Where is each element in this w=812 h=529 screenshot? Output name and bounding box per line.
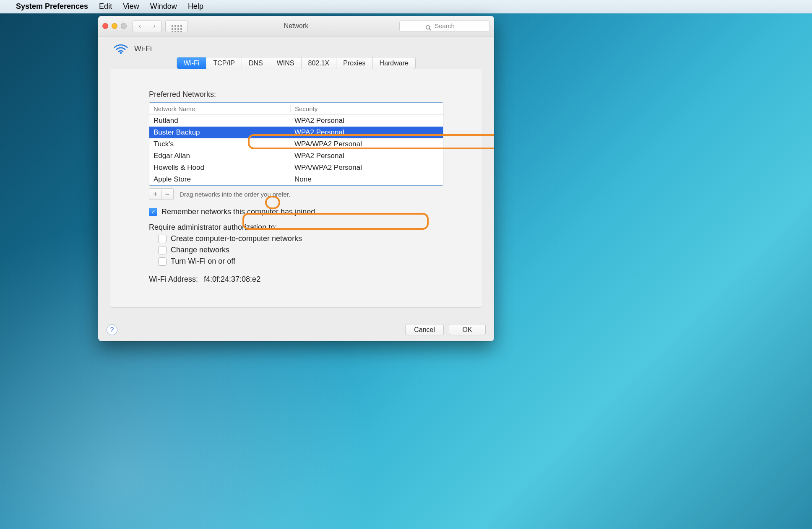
- zoom-window-button[interactable]: [121, 23, 127, 29]
- menu-edit[interactable]: Edit: [99, 2, 112, 11]
- column-security[interactable]: Security: [291, 105, 443, 112]
- network-name: Rutland: [149, 117, 290, 125]
- cancel-button[interactable]: Cancel: [405, 324, 444, 335]
- require-option-checkbox[interactable]: Create computer-to-computer networks: [158, 234, 443, 243]
- show-all-button[interactable]: [165, 20, 188, 32]
- tab-wins[interactable]: WINS: [270, 57, 302, 69]
- table-row[interactable]: Edgar AllanWPA2 Personal: [149, 150, 443, 162]
- pane-title: Wi-Fi: [134, 44, 152, 53]
- tab-tcpip[interactable]: TCP/IP: [206, 57, 242, 69]
- preferred-networks-label: Preferred Networks:: [149, 90, 443, 99]
- window-content: Wi-Fi Wi-Fi TCP/IP DNS WINS 802.1X Proxi…: [98, 36, 494, 316]
- table-row[interactable]: Buster BackupWPA2 Personal: [149, 127, 443, 138]
- window-footer: ? Cancel OK: [107, 324, 486, 335]
- wifi-address-label: Wi-Fi Address:: [149, 275, 198, 284]
- close-window-button[interactable]: [102, 23, 108, 29]
- network-security: None: [290, 175, 443, 184]
- minimize-window-button[interactable]: [112, 23, 117, 29]
- menu-window[interactable]: Window: [150, 2, 177, 11]
- table-row[interactable]: RutlandWPA2 Personal: [149, 115, 443, 127]
- drag-hint: Drag networks into the order you prefer.: [180, 191, 290, 198]
- add-network-button[interactable]: +: [149, 188, 161, 200]
- checkbox-icon: ✓: [149, 208, 157, 216]
- traffic-lights: [102, 23, 127, 29]
- checkbox-icon: [158, 246, 167, 254]
- back-button[interactable]: ‹: [133, 21, 147, 32]
- remember-networks-checkbox[interactable]: ✓ Remember networks this computer has jo…: [149, 207, 443, 216]
- table-row[interactable]: Tuck'sWPA/WPA2 Personal: [149, 138, 443, 150]
- wifi-panel: Preferred Networks: Network Name Securit…: [110, 69, 482, 308]
- window-toolbar: ‹ › Network Search: [98, 16, 494, 36]
- remember-networks-label: Remember networks this computer has join…: [161, 207, 315, 216]
- network-name: Buster Backup: [149, 128, 290, 137]
- network-security: WPA2 Personal: [290, 117, 443, 125]
- menu-view[interactable]: View: [123, 2, 139, 11]
- tab-8021x[interactable]: 802.1X: [302, 57, 337, 69]
- table-row[interactable]: Howells & HoodWPA/WPA2 Personal: [149, 162, 443, 174]
- require-option-label: Change networks: [171, 246, 229, 254]
- require-option-label: Create computer-to-computer networks: [171, 234, 302, 243]
- forward-button[interactable]: ›: [147, 21, 161, 32]
- network-name: Apple Store: [149, 175, 290, 184]
- table-header: Network Name Security: [149, 103, 443, 115]
- ok-button[interactable]: OK: [449, 324, 486, 335]
- network-name: Tuck's: [149, 140, 290, 148]
- tab-dns[interactable]: DNS: [242, 57, 270, 69]
- remove-network-button[interactable]: −: [161, 188, 174, 200]
- tab-bar: Wi-Fi TCP/IP DNS WINS 802.1X Proxies Har…: [177, 57, 416, 69]
- nav-back-forward: ‹ ›: [133, 20, 162, 32]
- require-option-label: Turn Wi-Fi on or off: [171, 257, 235, 266]
- require-option-checkbox[interactable]: Turn Wi-Fi on or off: [158, 257, 443, 266]
- checkbox-icon: [158, 235, 167, 243]
- table-row[interactable]: Apple StoreNone: [149, 174, 443, 185]
- menu-help[interactable]: Help: [188, 2, 203, 11]
- checkbox-icon: [158, 257, 167, 266]
- network-name: Howells & Hood: [149, 163, 290, 172]
- svg-point-2: [120, 52, 122, 54]
- wifi-address-value: f4:0f:24:37:08:e2: [204, 275, 260, 284]
- search-field[interactable]: Search: [399, 21, 490, 32]
- column-network-name[interactable]: Network Name: [149, 105, 291, 112]
- network-name: Edgar Allan: [149, 152, 290, 160]
- tab-hardware[interactable]: Hardware: [373, 57, 415, 69]
- require-option-checkbox[interactable]: Change networks: [158, 246, 443, 254]
- wifi-icon: [113, 42, 128, 55]
- require-auth-label: Require administrator authorization to:: [149, 223, 443, 232]
- mac-menubar: System Preferences Edit View Window Help: [0, 0, 812, 13]
- tab-wifi[interactable]: Wi-Fi: [177, 57, 206, 69]
- network-window: ‹ › Network Search Wi-Fi Wi-Fi: [98, 16, 494, 341]
- help-button[interactable]: ?: [107, 324, 117, 335]
- app-name[interactable]: System Preferences: [16, 2, 88, 11]
- network-security: WPA2 Personal: [290, 152, 443, 160]
- network-security: WPA2 Personal: [290, 128, 443, 137]
- tab-proxies[interactable]: Proxies: [336, 57, 372, 69]
- preferred-networks-table[interactable]: Network Name Security RutlandWPA2 Person…: [149, 102, 443, 186]
- network-security: WPA/WPA2 Personal: [290, 163, 443, 172]
- network-security: WPA/WPA2 Personal: [290, 140, 443, 148]
